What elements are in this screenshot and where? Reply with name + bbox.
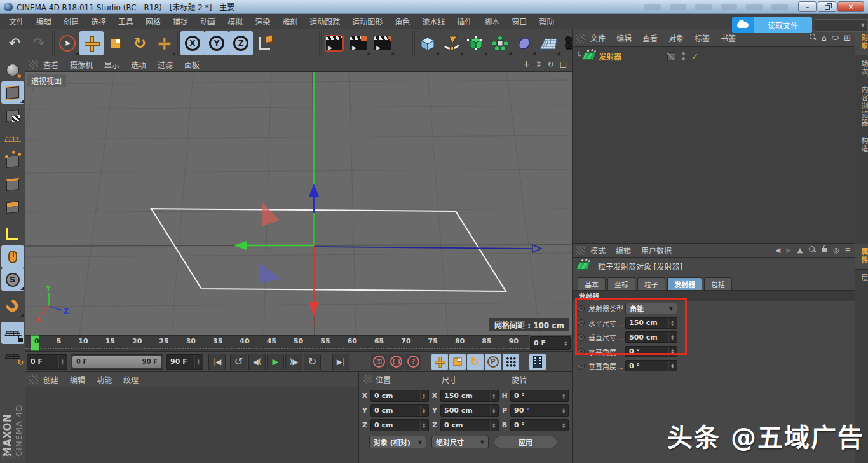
panel-grip[interactable] xyxy=(29,60,38,69)
points-mode-button[interactable] xyxy=(1,150,24,172)
am-menu-edit[interactable]: 编辑 xyxy=(616,245,631,256)
dock-tab-content-browser[interactable]: 内容浏览器 xyxy=(855,81,868,132)
am-search-icon[interactable] xyxy=(808,245,816,255)
panel-grip[interactable] xyxy=(29,375,38,384)
vp-menu-camera[interactable]: 摄像机 xyxy=(70,59,93,70)
mat-menu-create[interactable]: 创建 xyxy=(43,374,58,385)
om-menu-tags[interactable]: 标签 xyxy=(695,32,710,43)
menu-script[interactable]: 脚本 xyxy=(484,16,499,27)
dock-tab-layers[interactable]: 层 xyxy=(855,270,868,287)
autokey-button[interactable]: ( ) xyxy=(388,354,404,370)
keyframe-selection-button[interactable]: ? xyxy=(405,354,421,370)
tab-emitter[interactable]: 发射器 xyxy=(667,277,702,290)
enabled-check-icon[interactable]: ✓ xyxy=(691,52,698,61)
menu-plugins[interactable]: 插件 xyxy=(457,16,472,27)
keyframe-radio-icon[interactable] xyxy=(578,305,585,312)
deformers-button[interactable] xyxy=(512,31,536,55)
om-add-view-icon[interactable]: ⊞ xyxy=(844,33,851,43)
vp-menu-options[interactable]: 选项 xyxy=(131,59,146,70)
menu-character[interactable]: 角色 xyxy=(395,16,410,27)
timeline-ruler[interactable]: 0 5 10 15 20 25 30 35 40 45 50 55 60 65 … xyxy=(25,335,529,351)
read-file-button[interactable]: 读取文件 xyxy=(754,17,812,33)
key-rotation-button[interactable]: ↻ xyxy=(467,354,484,370)
object-row-emitter[interactable]: └ 发射器 ✓ xyxy=(576,50,698,62)
play-reverse-button[interactable]: ↺ xyxy=(230,354,247,370)
y-axis-lock-button[interactable]: Y xyxy=(205,31,229,55)
vp-maximize-icon[interactable]: □ xyxy=(560,60,567,69)
vertical-angle-field[interactable]: 0 °▲▼ xyxy=(625,360,677,371)
play-button[interactable]: ▶ xyxy=(267,354,284,370)
redo-button[interactable]: ↷ xyxy=(27,31,51,55)
panel-grip[interactable] xyxy=(576,246,585,255)
vp-rotate-icon[interactable]: ↻ xyxy=(548,60,554,69)
undo-button[interactable]: ↶ xyxy=(3,31,27,55)
rot-h-field[interactable]: 0 °▲▼ xyxy=(510,390,569,402)
am-back-icon[interactable]: ◀ xyxy=(775,246,780,254)
om-search-icon[interactable] xyxy=(809,33,817,43)
object-list[interactable]: └ 发射器 ✓ xyxy=(573,47,855,244)
menu-help[interactable]: 帮助 xyxy=(539,16,554,27)
size-y-field[interactable]: 500 cm▲▼ xyxy=(440,404,499,417)
panel-grip[interactable] xyxy=(363,375,372,384)
keyframe-radio-icon[interactable] xyxy=(578,319,585,326)
record-keyframe-button[interactable]: ⚿ xyxy=(371,354,387,370)
rotate-tool-button[interactable]: ↻ xyxy=(128,31,152,55)
pla-button[interactable] xyxy=(529,354,546,370)
horizontal-size-field[interactable]: 150 cm▲▼ xyxy=(625,317,677,329)
om-menu-bookmarks[interactable]: 书签 xyxy=(721,32,736,43)
am-menu-userdata[interactable]: 用户数据 xyxy=(641,245,672,256)
minimize-button[interactable]: – xyxy=(798,1,817,12)
rot-b-field[interactable]: 0 °▲▼ xyxy=(510,419,569,431)
next-key-button[interactable]: )▶ xyxy=(285,354,302,370)
ruler-frame-field[interactable]: 0 F ▲▼ xyxy=(530,336,571,350)
material-list-empty[interactable] xyxy=(25,387,358,462)
om-path-icon[interactable] xyxy=(832,36,839,40)
om-home-icon[interactable]: ⌂ xyxy=(822,33,827,43)
mat-menu-edit[interactable]: 编辑 xyxy=(70,374,85,385)
texture-mode-button[interactable] xyxy=(1,104,24,127)
am-forward-icon[interactable]: ▶ xyxy=(786,246,791,254)
pos-z-field[interactable]: 0 cm▲▼ xyxy=(370,419,429,431)
stepper-icon[interactable]: ▲▼ xyxy=(194,355,200,369)
make-editable-button[interactable] xyxy=(1,59,24,81)
goto-start-button[interactable]: |◀ xyxy=(208,354,226,370)
stepper-icon[interactable]: ▲▼ xyxy=(562,337,567,349)
menu-edit[interactable]: 编辑 xyxy=(36,16,51,27)
scale-tool-button[interactable] xyxy=(104,31,128,55)
menu-create[interactable]: 创建 xyxy=(64,16,79,27)
vertical-size-field[interactable]: 500 cm▲▼ xyxy=(625,331,677,343)
pos-y-field[interactable]: 0 cm▲▼ xyxy=(370,404,429,417)
menu-sculpt[interactable]: 雕刻 xyxy=(282,16,297,27)
menu-snap[interactable]: 捕捉 xyxy=(173,16,188,27)
render-view-button[interactable] xyxy=(322,31,346,55)
menu-simulate[interactable]: 模拟 xyxy=(227,16,243,27)
dock-tab-objects[interactable]: 对象 xyxy=(855,29,868,55)
coordinate-system-button[interactable] xyxy=(253,31,277,55)
add-spline-button[interactable] xyxy=(440,31,464,55)
vp-menu-display[interactable]: 显示 xyxy=(104,59,119,70)
menu-window[interactable]: 窗口 xyxy=(512,16,527,27)
key-scale-button[interactable] xyxy=(449,354,466,370)
stepper-icon[interactable]: ▲▼ xyxy=(58,355,64,369)
end-frame-field[interactable]: 90 F ▲▼ xyxy=(166,354,203,370)
menu-motion-tracker[interactable]: 运动跟踪 xyxy=(309,16,340,27)
am-menu-mode[interactable]: 模式 xyxy=(590,245,606,256)
viewport-canvas[interactable]: Y Z X 透视视图 网格间距 : 100 cm xyxy=(25,72,572,335)
am-lock-icon[interactable] xyxy=(822,248,827,252)
key-pla-points-button[interactable] xyxy=(503,354,519,370)
vp-zoom-icon[interactable]: ⇕ xyxy=(536,60,542,69)
snap-button[interactable]: S xyxy=(1,268,24,291)
align-workplane-button[interactable]: ↻ xyxy=(1,345,24,367)
om-menu-view[interactable]: 查看 xyxy=(642,32,658,43)
render-picture-viewer-button[interactable] xyxy=(346,31,370,55)
move-tool-button[interactable] xyxy=(79,31,104,55)
menu-tools[interactable]: 工具 xyxy=(118,16,133,27)
menu-select[interactable]: 选择 xyxy=(91,16,106,27)
am-add-icon[interactable]: ⊞ xyxy=(845,246,851,254)
generators-button[interactable] xyxy=(488,31,512,55)
cloud-dropdown[interactable]: ▼ xyxy=(815,19,868,32)
tab-include[interactable]: 包括 xyxy=(704,277,732,290)
axis-mode-button[interactable] xyxy=(1,223,24,245)
dock-tab-attributes[interactable]: 属性 xyxy=(855,244,868,270)
z-axis-lock-button[interactable]: Z xyxy=(229,31,253,55)
